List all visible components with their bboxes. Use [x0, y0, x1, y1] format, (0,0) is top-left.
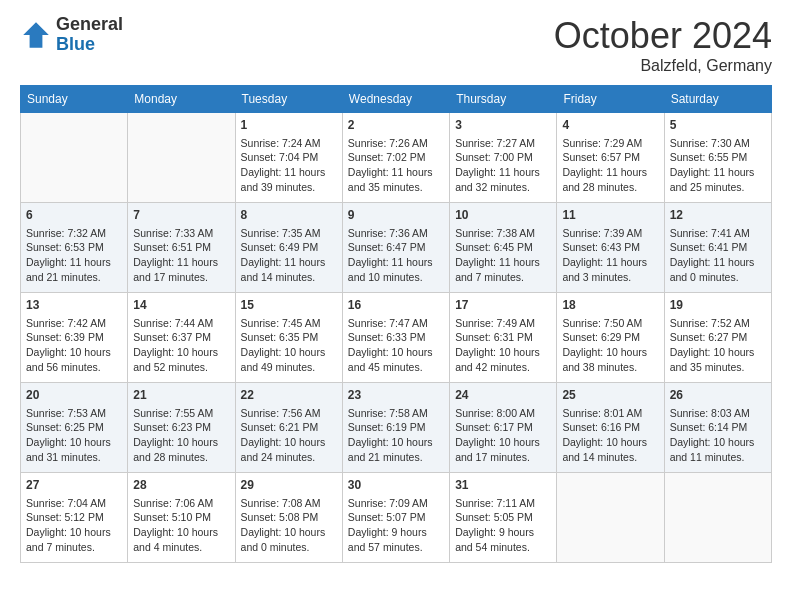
- calendar-cell: 3Sunrise: 7:27 AMSunset: 7:00 PMDaylight…: [450, 113, 557, 203]
- day-content: Sunrise: 7:38 AMSunset: 6:45 PMDaylight:…: [455, 226, 551, 285]
- day-number: 2: [348, 117, 444, 134]
- day-number: 26: [670, 387, 766, 404]
- day-number: 27: [26, 477, 122, 494]
- day-content: Sunrise: 8:03 AMSunset: 6:14 PMDaylight:…: [670, 406, 766, 465]
- calendar-cell: 9Sunrise: 7:36 AMSunset: 6:47 PMDaylight…: [342, 203, 449, 293]
- day-content: Sunrise: 7:56 AMSunset: 6:21 PMDaylight:…: [241, 406, 337, 465]
- weekday-header-thursday: Thursday: [450, 86, 557, 113]
- day-number: 11: [562, 207, 658, 224]
- day-content: Sunrise: 8:00 AMSunset: 6:17 PMDaylight:…: [455, 406, 551, 465]
- day-number: 1: [241, 117, 337, 134]
- logo: General Blue: [20, 15, 123, 55]
- calendar-cell: 30Sunrise: 7:09 AMSunset: 5:07 PMDayligh…: [342, 473, 449, 563]
- logo-text: General Blue: [56, 15, 123, 55]
- header: General Blue October 2024 Balzfeld, Germ…: [20, 15, 772, 75]
- calendar-cell: 15Sunrise: 7:45 AMSunset: 6:35 PMDayligh…: [235, 293, 342, 383]
- day-content: Sunrise: 7:58 AMSunset: 6:19 PMDaylight:…: [348, 406, 444, 465]
- day-content: Sunrise: 7:41 AMSunset: 6:41 PMDaylight:…: [670, 226, 766, 285]
- calendar-cell: 6Sunrise: 7:32 AMSunset: 6:53 PMDaylight…: [21, 203, 128, 293]
- day-content: Sunrise: 8:01 AMSunset: 6:16 PMDaylight:…: [562, 406, 658, 465]
- day-content: Sunrise: 7:08 AMSunset: 5:08 PMDaylight:…: [241, 496, 337, 555]
- day-number: 23: [348, 387, 444, 404]
- day-number: 28: [133, 477, 229, 494]
- day-content: Sunrise: 7:36 AMSunset: 6:47 PMDaylight:…: [348, 226, 444, 285]
- logo-general-text: General: [56, 15, 123, 35]
- day-number: 30: [348, 477, 444, 494]
- calendar-cell: 28Sunrise: 7:06 AMSunset: 5:10 PMDayligh…: [128, 473, 235, 563]
- calendar-cell: 5Sunrise: 7:30 AMSunset: 6:55 PMDaylight…: [664, 113, 771, 203]
- day-number: 20: [26, 387, 122, 404]
- logo-icon: [20, 19, 52, 51]
- calendar-cell: 24Sunrise: 8:00 AMSunset: 6:17 PMDayligh…: [450, 383, 557, 473]
- day-number: 14: [133, 297, 229, 314]
- calendar-cell: 10Sunrise: 7:38 AMSunset: 6:45 PMDayligh…: [450, 203, 557, 293]
- day-number: 8: [241, 207, 337, 224]
- day-number: 16: [348, 297, 444, 314]
- weekday-header-monday: Monday: [128, 86, 235, 113]
- day-content: Sunrise: 7:32 AMSunset: 6:53 PMDaylight:…: [26, 226, 122, 285]
- weekday-header-friday: Friday: [557, 86, 664, 113]
- day-content: Sunrise: 7:53 AMSunset: 6:25 PMDaylight:…: [26, 406, 122, 465]
- day-content: Sunrise: 7:50 AMSunset: 6:29 PMDaylight:…: [562, 316, 658, 375]
- calendar-cell: 31Sunrise: 7:11 AMSunset: 5:05 PMDayligh…: [450, 473, 557, 563]
- weekday-header-sunday: Sunday: [21, 86, 128, 113]
- calendar-week-1: 6Sunrise: 7:32 AMSunset: 6:53 PMDaylight…: [21, 203, 772, 293]
- location: Balzfeld, Germany: [554, 57, 772, 75]
- calendar-cell: 20Sunrise: 7:53 AMSunset: 6:25 PMDayligh…: [21, 383, 128, 473]
- calendar-cell: 14Sunrise: 7:44 AMSunset: 6:37 PMDayligh…: [128, 293, 235, 383]
- weekday-header-wednesday: Wednesday: [342, 86, 449, 113]
- day-number: 5: [670, 117, 766, 134]
- day-content: Sunrise: 7:06 AMSunset: 5:10 PMDaylight:…: [133, 496, 229, 555]
- calendar-cell: [21, 113, 128, 203]
- day-content: Sunrise: 7:11 AMSunset: 5:05 PMDaylight:…: [455, 496, 551, 555]
- day-number: 3: [455, 117, 551, 134]
- day-number: 12: [670, 207, 766, 224]
- calendar-week-0: 1Sunrise: 7:24 AMSunset: 7:04 PMDaylight…: [21, 113, 772, 203]
- day-content: Sunrise: 7:09 AMSunset: 5:07 PMDaylight:…: [348, 496, 444, 555]
- calendar-cell: 2Sunrise: 7:26 AMSunset: 7:02 PMDaylight…: [342, 113, 449, 203]
- calendar-cell: 11Sunrise: 7:39 AMSunset: 6:43 PMDayligh…: [557, 203, 664, 293]
- day-number: 9: [348, 207, 444, 224]
- calendar-cell: 16Sunrise: 7:47 AMSunset: 6:33 PMDayligh…: [342, 293, 449, 383]
- logo-blue-text: Blue: [56, 35, 123, 55]
- day-number: 18: [562, 297, 658, 314]
- calendar-cell: 21Sunrise: 7:55 AMSunset: 6:23 PMDayligh…: [128, 383, 235, 473]
- day-number: 17: [455, 297, 551, 314]
- title-block: October 2024 Balzfeld, Germany: [554, 15, 772, 75]
- day-content: Sunrise: 7:24 AMSunset: 7:04 PMDaylight:…: [241, 136, 337, 195]
- month-year: October 2024: [554, 15, 772, 57]
- day-number: 6: [26, 207, 122, 224]
- day-number: 19: [670, 297, 766, 314]
- calendar-cell: 8Sunrise: 7:35 AMSunset: 6:49 PMDaylight…: [235, 203, 342, 293]
- day-content: Sunrise: 7:45 AMSunset: 6:35 PMDaylight:…: [241, 316, 337, 375]
- day-number: 13: [26, 297, 122, 314]
- calendar-table: SundayMondayTuesdayWednesdayThursdayFrid…: [20, 85, 772, 563]
- page: General Blue October 2024 Balzfeld, Germ…: [0, 0, 792, 583]
- weekday-header-saturday: Saturday: [664, 86, 771, 113]
- day-content: Sunrise: 7:44 AMSunset: 6:37 PMDaylight:…: [133, 316, 229, 375]
- day-number: 22: [241, 387, 337, 404]
- day-content: Sunrise: 7:04 AMSunset: 5:12 PMDaylight:…: [26, 496, 122, 555]
- day-content: Sunrise: 7:55 AMSunset: 6:23 PMDaylight:…: [133, 406, 229, 465]
- day-content: Sunrise: 7:42 AMSunset: 6:39 PMDaylight:…: [26, 316, 122, 375]
- day-content: Sunrise: 7:35 AMSunset: 6:49 PMDaylight:…: [241, 226, 337, 285]
- day-content: Sunrise: 7:27 AMSunset: 7:00 PMDaylight:…: [455, 136, 551, 195]
- day-number: 25: [562, 387, 658, 404]
- day-number: 10: [455, 207, 551, 224]
- day-number: 31: [455, 477, 551, 494]
- calendar-cell: 4Sunrise: 7:29 AMSunset: 6:57 PMDaylight…: [557, 113, 664, 203]
- calendar-week-2: 13Sunrise: 7:42 AMSunset: 6:39 PMDayligh…: [21, 293, 772, 383]
- day-number: 21: [133, 387, 229, 404]
- calendar-cell: 26Sunrise: 8:03 AMSunset: 6:14 PMDayligh…: [664, 383, 771, 473]
- day-number: 29: [241, 477, 337, 494]
- calendar-cell: 18Sunrise: 7:50 AMSunset: 6:29 PMDayligh…: [557, 293, 664, 383]
- day-content: Sunrise: 7:49 AMSunset: 6:31 PMDaylight:…: [455, 316, 551, 375]
- day-content: Sunrise: 7:29 AMSunset: 6:57 PMDaylight:…: [562, 136, 658, 195]
- weekday-header-row: SundayMondayTuesdayWednesdayThursdayFrid…: [21, 86, 772, 113]
- calendar-cell: 13Sunrise: 7:42 AMSunset: 6:39 PMDayligh…: [21, 293, 128, 383]
- day-content: Sunrise: 7:39 AMSunset: 6:43 PMDaylight:…: [562, 226, 658, 285]
- day-number: 24: [455, 387, 551, 404]
- day-content: Sunrise: 7:47 AMSunset: 6:33 PMDaylight:…: [348, 316, 444, 375]
- calendar-cell: 7Sunrise: 7:33 AMSunset: 6:51 PMDaylight…: [128, 203, 235, 293]
- calendar-cell: 22Sunrise: 7:56 AMSunset: 6:21 PMDayligh…: [235, 383, 342, 473]
